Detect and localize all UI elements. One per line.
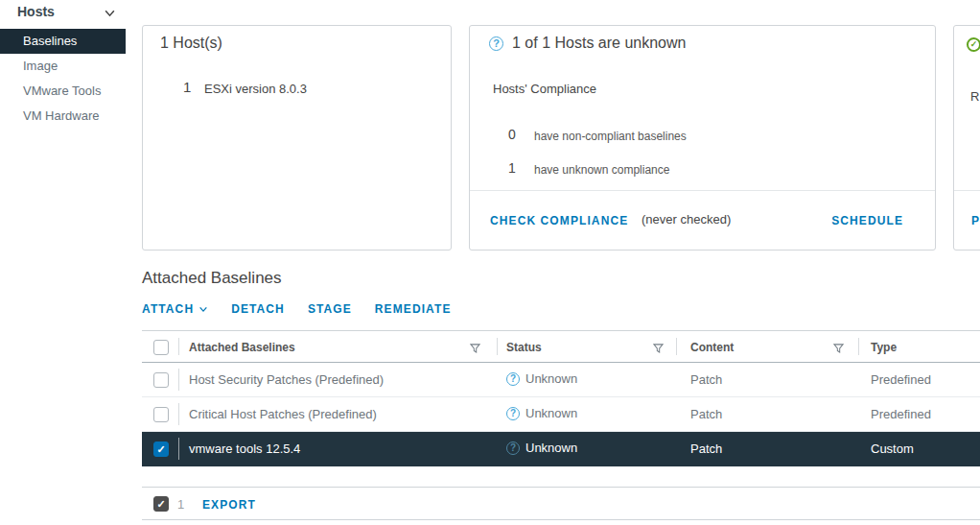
question-circle-icon: ?: [489, 36, 503, 51]
check-circle-icon: ✓: [967, 37, 980, 52]
row-checkbox[interactable]: [153, 407, 169, 422]
attach-button[interactable]: ATTACH: [142, 302, 208, 316]
hosts-compliance-label: Hosts' Compliance: [493, 82, 596, 96]
column-divider: [178, 403, 179, 425]
remediation-card-footer: P: [954, 190, 980, 250]
esxi-version-label: ESXi version 8.0.3: [204, 82, 307, 96]
stage-button[interactable]: STAGE: [308, 302, 352, 316]
question-circle-icon: ?: [506, 407, 520, 420]
column-divider: [676, 338, 677, 355]
question-circle-icon: ?: [506, 441, 520, 455]
sidebar-group-hosts[interactable]: Hosts: [17, 4, 55, 19]
selected-count: 1: [177, 497, 184, 512]
table-row-selected[interactable]: ✓ vmware tools 12.5.4 ? Unknown Patch Cu…: [142, 432, 980, 466]
column-divider: [178, 438, 179, 460]
sidebar-item-baselines[interactable]: Baselines: [0, 29, 126, 54]
baseline-status: ? Unknown: [506, 441, 577, 455]
table-empty-space: [142, 466, 980, 488]
status-text: Unknown: [525, 406, 577, 420]
baseline-type: Predefined: [871, 407, 931, 421]
chevron-down-icon[interactable]: [104, 6, 116, 23]
baseline-content: Patch: [690, 372, 722, 387]
check-compliance-button[interactable]: CHECK COMPLIANCE: [490, 214, 628, 227]
column-header-type[interactable]: Type: [871, 341, 897, 354]
export-button[interactable]: EXPORT: [202, 498, 256, 512]
non-compliant-count: 0: [508, 127, 524, 142]
table-header-row: Attached Baselines Status Content Type: [142, 330, 980, 363]
column-divider: [858, 338, 859, 355]
baseline-type: Custom: [871, 441, 914, 456]
filter-icon[interactable]: [833, 341, 844, 358]
baseline-status: ? Unknown: [506, 406, 577, 420]
host-count: 1: [183, 79, 191, 95]
schedule-button[interactable]: SCHEDULE: [831, 214, 903, 227]
compliance-card-title: 1 of 1 Hosts are unknown: [512, 35, 686, 52]
compliance-card-title-row: ? 1 of 1 Hosts are unknown: [489, 35, 686, 52]
non-compliant-label: have non-compliant baselines: [534, 130, 687, 143]
filter-icon[interactable]: [470, 341, 480, 358]
table-row[interactable]: Host Security Patches (Predefined) ? Unk…: [142, 363, 980, 397]
column-header-content[interactable]: Content: [690, 341, 734, 354]
baseline-content: Patch: [690, 407, 722, 421]
compliance-card: ? 1 of 1 Hosts are unknown Hosts' Compli…: [469, 25, 936, 251]
select-all-checkbox[interactable]: [153, 340, 169, 355]
attached-baselines-title: Attached Baselines: [142, 269, 282, 288]
remediation-card-title: R: [970, 89, 979, 104]
sidebar-item-vmware-tools[interactable]: VMware Tools: [0, 79, 126, 104]
sidebar-item-vm-hardware[interactable]: VM Hardware: [0, 104, 126, 129]
row-checkbox-checked[interactable]: ✓: [153, 441, 169, 457]
table-row[interactable]: Critical Host Patches (Predefined) ? Unk…: [142, 397, 980, 432]
detach-button[interactable]: DETACH: [231, 302, 285, 316]
baseline-name: Critical Host Patches (Predefined): [189, 407, 377, 421]
sidebar-item-label: VMware Tools: [23, 84, 101, 98]
remediate-button[interactable]: REMEDIATE: [375, 302, 452, 316]
status-text: Unknown: [525, 441, 577, 455]
status-text: Unknown: [525, 371, 577, 386]
column-header-name[interactable]: Attached Baselines: [189, 341, 295, 354]
pre-check-button[interactable]: P: [971, 214, 980, 227]
hosts-summary-card: 1 Host(s) 1 ESXi version 8.0.3: [142, 25, 452, 251]
table-footer: ✓ 1 EXPORT: [142, 488, 980, 520]
filter-icon[interactable]: [653, 341, 664, 358]
baselines-toolbar: ATTACH DETACH STAGE REMEDIATE: [142, 302, 452, 316]
sidebar-item-label: Image: [23, 59, 58, 73]
remediation-card: ✓ R P: [953, 25, 980, 251]
sidebar-item-label: VM Hardware: [23, 108, 99, 123]
sidebar-item-label: Baselines: [23, 34, 77, 48]
chevron-down-icon: [198, 304, 208, 314]
compliance-card-footer: CHECK COMPLIANCE (never checked) SCHEDUL…: [470, 190, 935, 250]
hosts-card-title: 1 Host(s): [160, 35, 222, 52]
never-checked-label: (never checked): [642, 212, 731, 227]
baseline-name: vmware tools 12.5.4: [189, 441, 300, 456]
column-divider: [178, 338, 179, 355]
column-divider: [178, 369, 179, 391]
baseline-type: Predefined: [871, 372, 931, 387]
attach-button-label: ATTACH: [142, 302, 194, 316]
question-circle-icon: ?: [506, 372, 520, 386]
unknown-compliance-count: 1: [508, 160, 524, 176]
sidebar-item-image[interactable]: Image: [0, 54, 126, 79]
column-header-status[interactable]: Status: [506, 341, 542, 354]
baseline-content: Patch: [690, 441, 722, 456]
unknown-compliance-label: have unknown compliance: [534, 163, 669, 177]
column-divider: [497, 338, 498, 355]
selection-checkbox[interactable]: ✓: [153, 496, 169, 512]
baselines-table: Attached Baselines Status Content Type H…: [142, 330, 980, 520]
baseline-name: Host Security Patches (Predefined): [189, 372, 384, 387]
row-checkbox[interactable]: [153, 372, 169, 388]
baseline-status: ? Unknown: [506, 371, 577, 386]
